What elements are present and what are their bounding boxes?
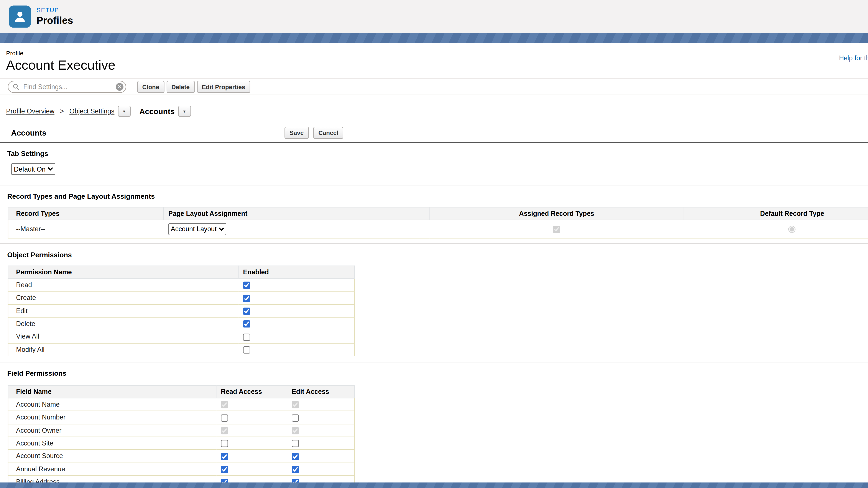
- object-permissions-title: Object Permissions: [7, 251, 868, 259]
- toolbar: ✕ Clone Delete Edit Properties: [0, 78, 868, 95]
- breadcrumb-object-settings[interactable]: Object Settings: [69, 107, 115, 115]
- profiles-setup-page: SETUP Profiles Profile Account Executive…: [0, 0, 868, 488]
- edit-access-cell: [287, 450, 354, 463]
- account-number-read-checkbox[interactable]: [221, 414, 228, 421]
- permission-enabled-cell: [238, 292, 354, 304]
- field-name: Account Number: [8, 411, 216, 424]
- clone-button[interactable]: Clone: [137, 80, 164, 93]
- permission-enabled-cell: [238, 317, 354, 330]
- search-input[interactable]: [22, 82, 116, 91]
- permission-name: Delete: [8, 317, 238, 330]
- permission-enabled-cell: [238, 330, 354, 343]
- read-enabled-checkbox[interactable]: [243, 282, 250, 289]
- clear-search-icon[interactable]: ✕: [116, 83, 123, 91]
- account-name-read-checkbox: [221, 401, 228, 409]
- read-access-cell: [216, 450, 287, 463]
- object-settings-dropdown-button[interactable]: ▼: [118, 106, 131, 117]
- column-header-record-types: Record Types: [8, 207, 164, 220]
- page-layout-select[interactable]: Account Layout: [168, 223, 226, 235]
- permission-enabled-cell: [238, 304, 354, 317]
- account-owner-edit-checkbox: [291, 427, 299, 434]
- delete-button[interactable]: Delete: [166, 80, 195, 93]
- create-enabled-checkbox[interactable]: [243, 295, 250, 302]
- tab-settings-title: Tab Settings: [7, 150, 868, 158]
- default-record-type-radio: [788, 226, 796, 233]
- delete-enabled-checkbox[interactable]: [243, 321, 250, 328]
- column-header-page-layout-assignment: Page Layout Assignment: [164, 207, 429, 220]
- permission-name: View All: [8, 330, 238, 343]
- accounts-dropdown-button[interactable]: ▼: [178, 106, 191, 117]
- permission-enabled-cell: [238, 279, 354, 292]
- object-permission-row: Create: [8, 292, 354, 304]
- permission-name: Read: [8, 279, 238, 292]
- account-source-edit-checkbox[interactable]: [291, 453, 299, 460]
- read-access-cell: [216, 463, 287, 476]
- read-access-cell: [216, 411, 287, 424]
- accounts-section-header: Accounts Save Cancel: [0, 126, 868, 143]
- field-name: Account Site: [8, 437, 216, 450]
- column-header-default-record-type: Default Record Type: [684, 207, 868, 220]
- read-access-cell: [216, 437, 287, 450]
- object-permissions-table: Permission Name Enabled ReadCreateEditDe…: [8, 265, 355, 356]
- column-header-field-name: Field Name: [8, 385, 216, 398]
- field-permission-row: Account Owner: [8, 424, 354, 437]
- column-header-read-access: Read Access: [216, 385, 287, 398]
- object-permission-row: Read: [8, 279, 354, 292]
- profile-user-icon: [9, 6, 31, 28]
- setup-header-texts: SETUP Profiles: [36, 7, 73, 27]
- record-types-title: Record Types and Page Layout Assignments: [7, 193, 868, 200]
- breadcrumb-profile-overview[interactable]: Profile Overview: [6, 107, 55, 115]
- object-permission-row: Modify All: [8, 343, 354, 356]
- default-record-type-cell: [684, 220, 868, 238]
- search-box: ✕: [8, 80, 126, 93]
- record-type-row: --Master--Account Layout: [8, 220, 868, 238]
- annual-revenue-edit-checkbox[interactable]: [291, 466, 299, 473]
- record-type-name: --Master--: [8, 220, 164, 238]
- edit-enabled-checkbox[interactable]: [243, 307, 250, 315]
- toolbar-separator: [132, 81, 132, 92]
- cancel-button[interactable]: Cancel: [313, 127, 343, 139]
- field-permission-row: Account Number: [8, 411, 354, 424]
- setup-header: SETUP Profiles: [0, 0, 868, 33]
- annual-revenue-read-checkbox[interactable]: [221, 466, 228, 473]
- modify-all-enabled-checkbox[interactable]: [243, 346, 250, 354]
- object-permissions-body: ReadCreateEditDeleteView AllModify All: [8, 279, 354, 356]
- read-access-cell: [216, 424, 287, 437]
- breadcrumb-current-accounts: Accounts: [139, 107, 175, 116]
- help-link[interactable]: Help for th: [839, 54, 868, 62]
- object-permissions-header-row: Permission Name Enabled: [8, 266, 354, 279]
- object-permission-row: Edit: [8, 304, 354, 317]
- permission-name: Modify All: [8, 343, 238, 356]
- account-site-edit-checkbox[interactable]: [291, 440, 299, 447]
- chevron-down-icon: ▼: [183, 109, 186, 113]
- field-permission-row: Annual Revenue: [8, 463, 354, 476]
- record-types-table: Record Types Page Layout Assignment Assi…: [8, 207, 868, 238]
- edit-access-cell: [287, 398, 354, 411]
- assigned-record-type-cell: [429, 220, 684, 238]
- breadcrumb-separator: >: [60, 107, 64, 115]
- breadcrumb: Profile Overview > Object Settings ▼ Acc…: [0, 95, 868, 118]
- account-site-read-checkbox[interactable]: [221, 440, 228, 447]
- field-permission-row: Account Source: [8, 450, 354, 463]
- tab-settings-select[interactable]: Default On: [11, 163, 55, 175]
- section-header-buttons: Save Cancel: [284, 127, 345, 139]
- page-title: Account Executive: [6, 58, 868, 73]
- brand-band: [0, 33, 868, 43]
- section-divider: [0, 243, 868, 244]
- field-permissions-body: Account NameAccount NumberAccount OwnerA…: [8, 398, 354, 488]
- account-number-edit-checkbox[interactable]: [291, 414, 299, 421]
- field-name: Account Source: [8, 450, 216, 463]
- page-layout-cell: Account Layout: [164, 220, 429, 238]
- field-permissions-title: Field Permissions: [7, 369, 868, 378]
- permission-enabled-cell: [238, 343, 354, 356]
- edit-properties-button[interactable]: Edit Properties: [197, 80, 250, 93]
- permission-name: Edit: [8, 304, 238, 317]
- save-button[interactable]: Save: [284, 127, 309, 139]
- object-permission-row: View All: [8, 330, 354, 343]
- assigned-record-type-checkbox: [553, 226, 560, 233]
- search-icon: [13, 83, 20, 90]
- view-all-enabled-checkbox[interactable]: [243, 333, 250, 340]
- record-types-header-row: Record Types Page Layout Assignment Assi…: [8, 207, 868, 220]
- account-source-read-checkbox[interactable]: [221, 453, 228, 460]
- account-owner-read-checkbox: [221, 427, 228, 434]
